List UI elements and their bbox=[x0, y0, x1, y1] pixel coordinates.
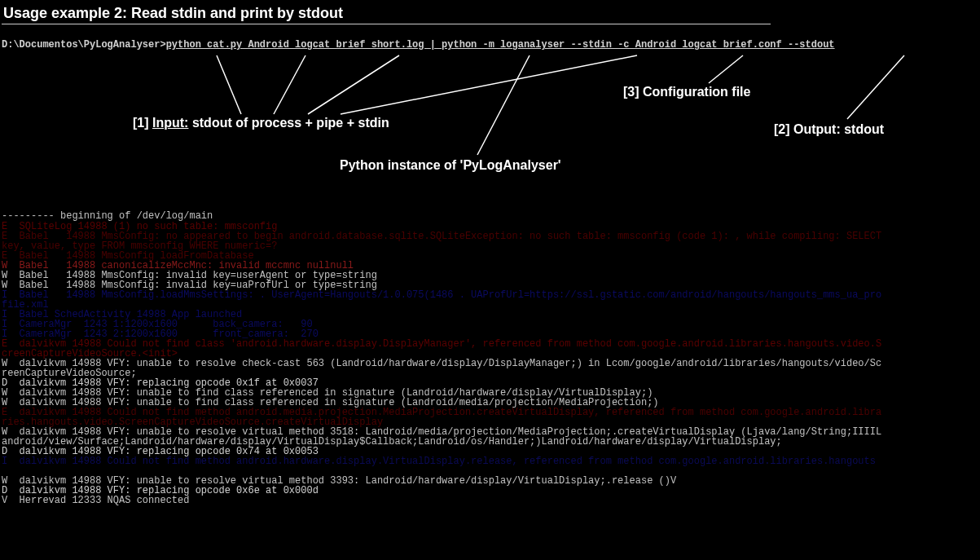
prompt: D:\Documentos\PyLogAnalyser> bbox=[2, 39, 166, 51]
svg-line-4 bbox=[477, 55, 530, 155]
svg-line-6 bbox=[847, 55, 904, 119]
log-line: I dalvikvm 14988 Could not find method a… bbox=[0, 456, 980, 466]
log-separator: --------- beginning of /dev/log/main bbox=[0, 210, 980, 222]
log-line: V Herrevad 12333 NQAS connected bbox=[0, 496, 980, 505]
svg-line-2 bbox=[308, 55, 399, 114]
annotation-input-key: Input: bbox=[152, 116, 188, 130]
annotation-config-num: [3] bbox=[623, 85, 639, 99]
annotation-output-text: Output: stdout bbox=[790, 122, 885, 136]
log-line: I Babel 14988 MmsConfig.loadMmsSettings:… bbox=[0, 290, 980, 300]
svg-line-0 bbox=[217, 55, 241, 114]
annotation-diagram: [1] Input: stdout of process + pipe + st… bbox=[0, 51, 980, 205]
svg-line-3 bbox=[341, 55, 637, 114]
annotation-output: [2] Output: stdout bbox=[774, 122, 884, 137]
command-body: python cat.py Android_logcat_brief_short… bbox=[166, 39, 835, 51]
annotation-input: [1] Input: stdout of process + pipe + st… bbox=[133, 116, 389, 130]
page-title: Usage example 2: Read stdin and print by… bbox=[2, 2, 771, 24]
svg-line-1 bbox=[274, 55, 305, 114]
annotation-output-num: [2] bbox=[774, 122, 790, 136]
command-line: D:\Documentos\PyLogAnalyser>python cat.p… bbox=[2, 39, 980, 51]
svg-line-5 bbox=[709, 55, 743, 83]
annotation-input-num: [1] bbox=[133, 116, 149, 130]
annotation-config-text: Configuration file bbox=[639, 85, 751, 99]
annotation-input-rest: stdout of process + pipe + stdin bbox=[188, 116, 389, 130]
annotation-config: [3] Configuration file bbox=[623, 85, 750, 99]
log-line: W dalvikvm 14988 VFY: unable to resolve … bbox=[0, 359, 980, 368]
log-output: E SQLiteLog 14988 (1) no such table: mms… bbox=[0, 222, 980, 505]
annotation-python-instance: Python instance of 'PyLogAnalyser' bbox=[340, 158, 561, 173]
